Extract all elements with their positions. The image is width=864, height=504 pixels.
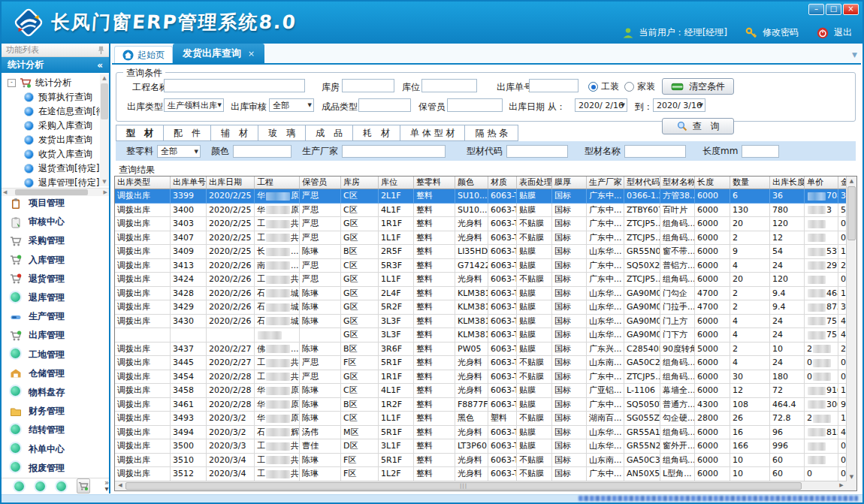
- scroll-up-icon[interactable]: ▲: [100, 74, 109, 83]
- scroll-down-icon[interactable]: ▼: [847, 472, 856, 481]
- column-header[interactable]: 型材名称: [660, 177, 695, 189]
- table-row[interactable]: 调拨出库34942020/3/2石辉城汤伟M区5R1F整料光身料6063-T5贴…: [115, 426, 856, 440]
- tab-home[interactable]: 起始页: [114, 46, 173, 63]
- collapse-icon[interactable]: «: [97, 60, 103, 71]
- column-header[interactable]: 长度: [695, 177, 730, 189]
- tree-item[interactable]: 退库管理[待定]: [2, 176, 109, 188]
- table-row[interactable]: 调拨出库34292020/2/26石城陈琳G区5R2F整料KLM38176063…: [115, 300, 856, 315]
- table-row[interactable]: 调拨出库35102020/3/4工共工程陈琳F区5R1F整料光身料6063-T5…: [115, 454, 856, 468]
- sidebar-item[interactable]: 财务管理: [2, 402, 109, 421]
- sidebar-item[interactable]: 项目管理: [2, 194, 109, 213]
- tree-root-statistics[interactable]: - 统计分析: [2, 75, 109, 90]
- column-header[interactable]: 保管员: [300, 177, 341, 189]
- column-header[interactable]: 出库单号: [171, 177, 207, 189]
- table-row[interactable]: 调拨出库34072020/2/25工共工程严思G区1L1F整料光身料6063-T…: [115, 231, 856, 246]
- sidebar-item[interactable]: 退货管理: [2, 270, 109, 288]
- table-row[interactable]: 调拨出库34582020/2/28华原...陈琳C区4L1F整料光身料6063-…: [115, 384, 856, 398]
- tree-item[interactable]: 采购入库查询: [2, 119, 109, 133]
- project-name-input[interactable]: [164, 79, 305, 92]
- sidebar-item[interactable]: 补单中心: [2, 439, 109, 458]
- profile-name-input[interactable]: [624, 145, 686, 158]
- column-header[interactable]: 出库日期: [207, 177, 255, 189]
- sidebar-item[interactable]: 生产管理: [2, 307, 109, 326]
- close-button[interactable]: ×: [843, 4, 859, 15]
- table-row[interactable]: 调拨出库35122020/3/4工共工程陈琳F区1L2F整料光身料6063-T5…: [115, 467, 856, 481]
- scroll-thumb[interactable]: |||: [125, 482, 802, 490]
- length-input[interactable]: [742, 145, 779, 158]
- scroll-right-icon[interactable]: ▶: [837, 481, 846, 490]
- scroll-thumb[interactable]: [101, 83, 108, 119]
- sidebar-item[interactable]: 仓储管理: [2, 364, 109, 383]
- column-header[interactable]: 库房: [341, 177, 379, 189]
- scroll-down-icon[interactable]: ▼: [100, 178, 109, 186]
- material-tab[interactable]: 耗 材: [353, 125, 400, 141]
- tree-item[interactable]: 在途信息查询[待: [2, 104, 109, 119]
- out-type-select[interactable]: 生产领料出库: [164, 98, 224, 112]
- factory-input[interactable]: [342, 145, 446, 158]
- sidebar-item[interactable]: 采购管理: [2, 231, 109, 250]
- audit-select[interactable]: 全部: [269, 98, 314, 112]
- product-type-input[interactable]: [358, 98, 411, 112]
- table-row[interactable]: 调拨出库34372020/2/27佛...陈琳B区3R6F整料PW056063-…: [115, 343, 856, 357]
- clear-conditions-button[interactable]: 清空条件: [662, 78, 734, 95]
- tree-item[interactable]: 收货入库查询: [2, 147, 109, 161]
- sidebar-item[interactable]: 报废管理: [2, 459, 109, 478]
- column-header[interactable]: 表面处理: [517, 177, 552, 189]
- sidebar-item[interactable]: 工地管理: [2, 346, 109, 364]
- material-tab[interactable]: 隔 热 条: [465, 125, 518, 141]
- table-row[interactable]: 调拨出库34452020/2/27工共工程严思F区5R1F整料光身料6063-T…: [115, 356, 856, 370]
- table-row[interactable]: 调拨出库33992020/2/25华原...严思C区2L1F整料SU10...6…: [115, 189, 856, 204]
- sidebar-item[interactable]: 审核中心: [2, 213, 109, 231]
- material-tab[interactable]: 辅 材: [211, 125, 258, 141]
- column-header[interactable]: 颜色: [455, 177, 488, 189]
- material-tab-active[interactable]: 型 材: [116, 125, 164, 141]
- sidebar-item[interactable]: 出库管理: [2, 326, 109, 345]
- location-input[interactable]: [421, 79, 477, 92]
- column-header[interactable]: 单价: [805, 177, 838, 189]
- logout-link[interactable]: 退出: [834, 26, 852, 39]
- profile-code-input[interactable]: [506, 145, 568, 158]
- tree-item[interactable]: 预算执行查询: [2, 90, 109, 104]
- table-row[interactable]: 调拨出库34242020/2/26工共工程严思G区1L1F整料光身料6063-T…: [115, 273, 856, 287]
- table-row[interactable]: 调拨出库35002020/3/3工共工程曹佳D区3L1F整料LT3P606063…: [115, 439, 856, 454]
- column-header[interactable]: 出库类型: [115, 177, 171, 189]
- sidebar-item[interactable]: 入库管理: [2, 251, 109, 270]
- table-row[interactable]: 调拨出库34002020/2/25华原...严思C区4L1F整料SU10...6…: [115, 204, 856, 218]
- tab-close-icon[interactable]: ×: [248, 49, 255, 59]
- table-row[interactable]: 调拨出库34092020/2/25长...陈琳B区2R5F整料LI35HD606…: [115, 245, 856, 259]
- keeper-input[interactable]: [447, 98, 503, 112]
- material-tab[interactable]: 配 件: [164, 125, 211, 141]
- table-row[interactable]: 调拨出库34282020/2/26石城陈琳G区2L4F整料KLM38176063…: [115, 287, 856, 301]
- tree-vertical-scrollbar[interactable]: ▲▼: [100, 74, 109, 186]
- pin-icon[interactable]: [98, 46, 104, 55]
- material-tab[interactable]: 单 体 型 材: [400, 125, 465, 141]
- column-header[interactable]: 工程: [255, 177, 300, 189]
- column-header[interactable]: 出库长度: [770, 177, 805, 189]
- table-vertical-scrollbar[interactable]: ▲▼: [846, 177, 856, 481]
- column-header[interactable]: 膜厚: [552, 177, 587, 189]
- column-header[interactable]: 生产厂家: [587, 177, 624, 189]
- radio-jiazhuang[interactable]: 家装: [624, 80, 655, 93]
- table-horizontal-scrollbar[interactable]: ◀|||▶: [115, 481, 847, 490]
- table-row[interactable]: 调拨出库34302020/2/26石城陈琳G区3L3F整料KLM38176063…: [115, 315, 856, 329]
- maximize-button[interactable]: □: [826, 4, 841, 15]
- scroll-thumb[interactable]: [847, 186, 856, 240]
- order-no-input[interactable]: [529, 79, 579, 92]
- table-row[interactable]: 调拨出库34542020/2/28工共工程严思G区1R1F整料光身料6063-T…: [115, 370, 856, 385]
- minimize-button[interactable]: –: [808, 4, 824, 15]
- radio-gongzhuang[interactable]: 工装: [588, 80, 619, 93]
- sidebar-item[interactable]: 退库管理: [2, 288, 109, 307]
- date-to-select[interactable]: 2020/ 3/16: [653, 98, 705, 112]
- column-header[interactable]: 材质: [488, 177, 517, 189]
- group-dot-icon[interactable]: [35, 481, 45, 491]
- column-header[interactable]: 数量: [730, 177, 770, 189]
- scroll-up-icon[interactable]: ▲: [847, 177, 856, 186]
- column-header[interactable]: 型材代码: [624, 177, 660, 189]
- table-row[interactable]: 调拨出库34932020/3/2华原...陈琳C区1L1F整料黑色塑料不贴膜国标…: [115, 412, 856, 426]
- color-input[interactable]: [233, 145, 292, 158]
- date-from-select[interactable]: 2020/ 2/16: [575, 98, 627, 112]
- tree-expander-icon[interactable]: -: [8, 79, 16, 87]
- sidebar-item[interactable]: 物料盘存: [2, 383, 109, 402]
- tab-shipment-outbound-query[interactable]: 发货出库查询 ×: [173, 44, 264, 63]
- table-row[interactable]: 调拨出库34132020/2/26南...严思C区5R3F整料G71422606…: [115, 259, 856, 273]
